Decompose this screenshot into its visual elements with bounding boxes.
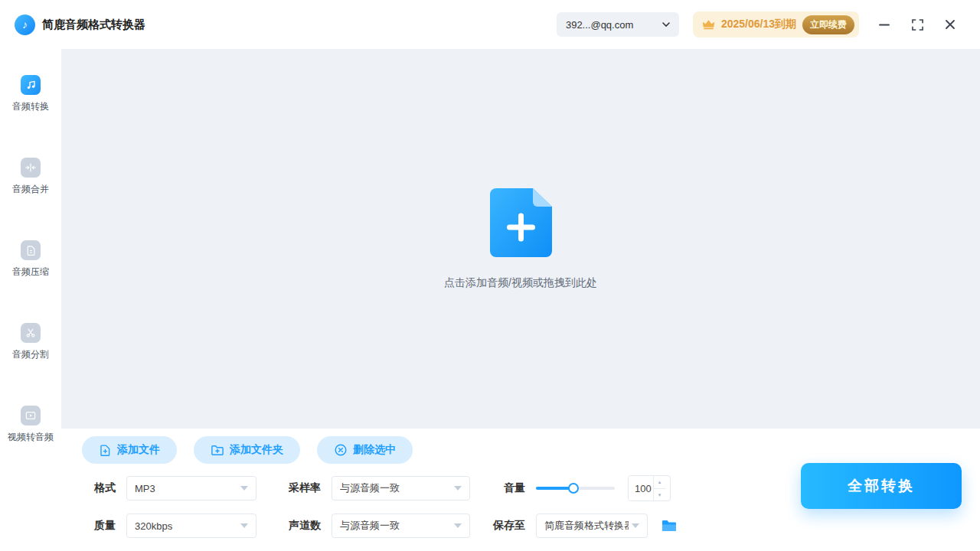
renew-button[interactable]: 立即续费 [802, 15, 854, 34]
circle-x-icon [334, 443, 348, 457]
chevron-down-icon [632, 523, 639, 528]
quality-value: 320kbps [135, 520, 172, 532]
music-note-icon [21, 75, 41, 95]
volume-field[interactable] [629, 476, 653, 500]
scissors-icon [21, 323, 41, 343]
app-title: 简鹿音频格式转换器 [42, 18, 145, 32]
merge-arrows-icon [21, 158, 41, 178]
add-folder-label: 添加文件夹 [230, 443, 283, 457]
vip-expiry-badge: 2025/06/13到期 立即续费 [693, 11, 859, 37]
close-icon [945, 19, 956, 30]
sample-rate-select[interactable]: 与源音频一致 [332, 476, 470, 500]
dropzone-hint: 点击添加音频/视频或拖拽到此处 [444, 276, 597, 290]
settings-row-2: 质量 320kbps 声道数 与源音频一致 保存至 [82, 514, 980, 538]
sidebar: 音频转换 音频合并 音频压缩 音频分割 [0, 49, 61, 551]
window-controls [877, 18, 957, 31]
bottom-panel: 添加文件 添加文件夹 删除选中 格式 MP3 [61, 429, 980, 551]
sidebar-item-label: 音频转换 [12, 100, 49, 113]
add-file-icon [490, 188, 552, 257]
file-dropzone[interactable]: 点击添加音频/视频或拖拽到此处 [61, 49, 980, 429]
save-to-label: 保存至 [492, 519, 525, 533]
channels-value: 与源音频一致 [340, 519, 400, 533]
add-file-button[interactable]: 添加文件 [82, 436, 177, 464]
sidebar-item-audio-convert[interactable]: 音频转换 [0, 75, 61, 113]
crown-icon [702, 19, 715, 31]
spinner-up-icon[interactable]: ▴ [654, 476, 665, 489]
volume-spinner: ▴ ▾ [653, 476, 665, 500]
file-plus-icon [99, 444, 112, 457]
format-label: 格式 [82, 481, 116, 495]
save-to-select[interactable]: 简鹿音频格式转换器 [536, 514, 648, 538]
sample-rate-label: 采样率 [287, 481, 321, 495]
save-to-value: 简鹿音频格式转换器 [544, 519, 629, 533]
account-email: 392...@qq.com [566, 19, 633, 31]
folder-icon [662, 520, 677, 532]
chevron-down-icon [240, 523, 248, 528]
brand: ♪ 简鹿音频格式转换器 [15, 15, 145, 35]
fullscreen-icon [912, 19, 923, 31]
open-folder-button[interactable] [662, 520, 677, 532]
sidebar-item-label: 视频转音频 [8, 431, 54, 444]
title-bar: ♪ 简鹿音频格式转换器 392...@qq.com 2025/06/13到期 立… [0, 0, 980, 49]
minimize-icon [879, 19, 890, 30]
add-folder-button[interactable]: 添加文件夹 [194, 436, 300, 464]
video-file-icon [21, 406, 41, 425]
app-logo-icon: ♪ [15, 15, 35, 35]
main-area: 点击添加音频/视频或拖拽到此处 添加文件 添加文件夹 删除选中 [61, 49, 980, 551]
spinner-down-icon[interactable]: ▾ [654, 489, 665, 501]
delete-selected-button[interactable]: 删除选中 [317, 436, 413, 464]
chevron-down-icon [454, 486, 462, 491]
quality-select[interactable]: 320kbps [126, 514, 256, 538]
compress-file-icon [21, 240, 41, 260]
folder-plus-icon [211, 444, 224, 456]
add-file-label: 添加文件 [117, 443, 160, 457]
file-actions: 添加文件 添加文件夹 删除选中 [82, 436, 980, 464]
slider-handle[interactable] [568, 483, 579, 494]
close-button[interactable] [943, 18, 957, 31]
sidebar-item-audio-split[interactable]: 音频分割 [0, 323, 61, 361]
chevron-down-icon [240, 486, 248, 491]
quality-label: 质量 [82, 519, 116, 533]
app-window: ♪ 简鹿音频格式转换器 392...@qq.com 2025/06/13到期 立… [0, 0, 980, 551]
sidebar-item-video-to-audio[interactable]: 视频转音频 [0, 406, 61, 444]
volume-number-input: ▴ ▾ [628, 475, 671, 501]
format-select[interactable]: MP3 [126, 476, 256, 500]
sidebar-item-audio-merge[interactable]: 音频合并 [0, 158, 61, 196]
chevron-down-icon [662, 22, 670, 27]
chevron-down-icon [454, 523, 462, 528]
sample-rate-value: 与源音频一致 [340, 481, 400, 495]
maximize-button[interactable] [910, 18, 924, 31]
titlebar-right: 392...@qq.com 2025/06/13到期 立即续费 [557, 11, 957, 37]
expiry-date: 2025/06/13到期 [721, 18, 796, 31]
minimize-button[interactable] [877, 18, 891, 31]
volume-slider[interactable] [536, 483, 615, 494]
account-dropdown[interactable]: 392...@qq.com [557, 12, 679, 37]
channels-label: 声道数 [287, 519, 321, 533]
convert-all-button[interactable]: 全部转换 [801, 463, 962, 509]
sidebar-item-label: 音频压缩 [12, 266, 49, 279]
volume-label: 音量 [492, 481, 525, 495]
sidebar-item-audio-compress[interactable]: 音频压缩 [0, 240, 61, 279]
format-value: MP3 [135, 483, 155, 494]
sidebar-item-label: 音频分割 [12, 348, 49, 361]
delete-selected-label: 删除选中 [353, 443, 396, 457]
channels-select[interactable]: 与源音频一致 [332, 514, 470, 538]
sidebar-item-label: 音频合并 [12, 183, 49, 196]
